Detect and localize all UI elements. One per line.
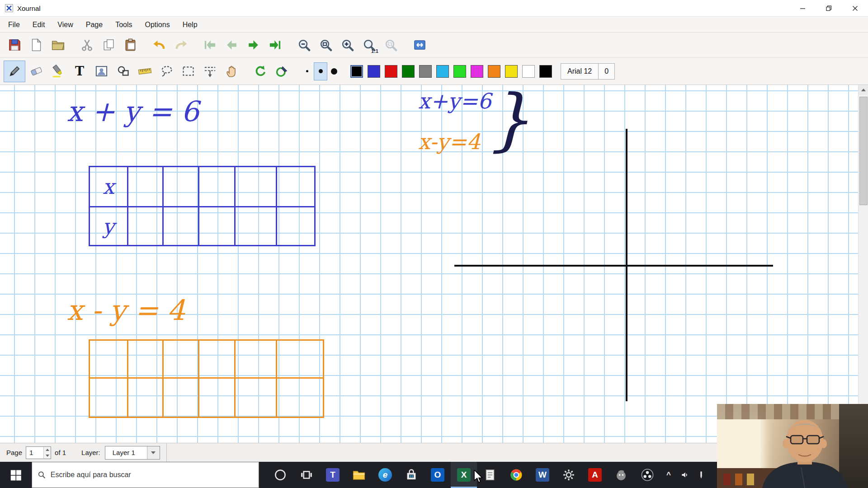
lasso-select-button[interactable] — [156, 61, 177, 82]
menu-page[interactable]: Page — [80, 17, 109, 33]
taskbar-app-settings[interactable] — [556, 462, 582, 488]
image-tool-button[interactable] — [90, 61, 112, 82]
vertical-space-button[interactable] — [199, 61, 221, 82]
taskbar-app-gimp[interactable] — [608, 462, 634, 488]
zoom-100-button[interactable]: 1:1 — [358, 34, 380, 56]
new-page-button[interactable] — [25, 34, 47, 56]
pen-size-fine-button[interactable] — [300, 62, 314, 80]
zoom-selection-button[interactable] — [380, 34, 401, 56]
copy-button[interactable] — [98, 34, 119, 56]
page-label: Page — [6, 449, 22, 456]
color-swatch-orange[interactable] — [488, 65, 500, 78]
first-page-button[interactable] — [199, 34, 221, 56]
open-button[interactable] — [47, 34, 69, 56]
save-button[interactable] — [4, 34, 25, 56]
menu-edit[interactable]: Edit — [26, 17, 52, 33]
zoom-out-button[interactable] — [293, 34, 315, 56]
pen-size-medium-button[interactable] — [314, 62, 327, 80]
taskbar-search-input[interactable] — [51, 471, 253, 479]
menu-options[interactable]: Options — [138, 17, 176, 33]
taskbar-app-word[interactable]: W — [529, 462, 556, 488]
color-swatch-black[interactable] — [350, 65, 363, 78]
taskbar-app-acrobat[interactable]: A — [582, 462, 608, 488]
next-page-button[interactable] — [242, 34, 264, 56]
menu-help[interactable]: Help — [176, 17, 204, 33]
tray-expand-button[interactable]: ^ — [660, 462, 677, 488]
zoom-fit-button[interactable] — [315, 34, 336, 56]
color-swatch-red[interactable] — [385, 65, 397, 78]
tray-pen-button[interactable] — [693, 462, 709, 488]
page-spin-down-button[interactable] — [44, 453, 51, 459]
redo-button[interactable] — [170, 34, 192, 56]
rect-select-icon — [181, 64, 195, 78]
excel-letter: X — [461, 470, 467, 480]
paste-button[interactable] — [119, 34, 141, 56]
vertical-scrollbar[interactable] — [858, 85, 868, 443]
toolbar-gap — [286, 45, 293, 45]
table-cell — [199, 207, 236, 245]
hand-tool-button[interactable] — [221, 61, 242, 82]
color-swatch-green[interactable] — [402, 65, 415, 78]
table-cell — [164, 379, 199, 417]
menu-tools[interactable]: Tools — [109, 17, 138, 33]
shape-recognizer-button[interactable] — [271, 61, 293, 82]
rect-select-button[interactable] — [177, 61, 199, 82]
taskbar-app-obs[interactable] — [634, 462, 660, 488]
menu-file[interactable]: File — [2, 17, 26, 33]
cortana-button[interactable] — [267, 462, 293, 488]
color-swatch-yellow[interactable] — [505, 65, 518, 78]
taskbar-app-edge[interactable]: e — [372, 462, 398, 488]
ruler-tool-icon — [138, 64, 152, 78]
taskbar-app-store[interactable] — [398, 462, 425, 488]
default-pen-icon — [254, 64, 268, 78]
page-number-spinner[interactable]: 1 — [26, 446, 51, 459]
x-axis-line — [454, 265, 773, 267]
layer-dropdown[interactable]: Layer 1 — [105, 446, 160, 460]
previous-page-button[interactable] — [221, 34, 242, 56]
taskbar-app-excel[interactable]: X — [451, 462, 477, 488]
menu-view[interactable]: View — [51, 17, 79, 33]
spin-down-icon — [46, 455, 49, 457]
task-view-button[interactable] — [293, 462, 320, 488]
color-swatch-gray[interactable] — [419, 65, 432, 78]
taskbar-app-file-explorer[interactable] — [346, 462, 372, 488]
color-swatch-lightgreen[interactable] — [453, 65, 466, 78]
task-view-icon — [300, 468, 313, 482]
fullscreen-button[interactable] — [409, 34, 430, 56]
restore-button[interactable] — [816, 0, 842, 16]
cut-button[interactable] — [76, 34, 98, 56]
color-swatch-blue[interactable] — [368, 65, 380, 78]
tray-speaker-button[interactable] — [677, 462, 693, 488]
close-button[interactable] — [842, 0, 868, 16]
color-swatch-custom[interactable] — [539, 65, 552, 78]
undo-button[interactable] — [148, 34, 170, 56]
taskbar-app-outlook[interactable]: O — [425, 462, 451, 488]
pen-size-thick-button[interactable] — [327, 62, 341, 80]
page-spin-up-button[interactable] — [44, 447, 51, 453]
last-page-button[interactable] — [264, 34, 286, 56]
taskbar-app-chrome[interactable] — [503, 462, 529, 488]
default-pen-button[interactable] — [250, 61, 271, 82]
text-tool-button[interactable]: T — [69, 61, 90, 82]
taskbar-search-box[interactable] — [32, 462, 259, 488]
pen-tool-button[interactable] — [4, 61, 25, 82]
zoom-in-button[interactable] — [336, 34, 358, 56]
minimize-button[interactable] — [789, 0, 816, 16]
font-size-box[interactable]: 0 — [599, 63, 615, 80]
taskbar-app-teams[interactable]: T — [320, 462, 346, 488]
ruler-tool-button[interactable] — [134, 61, 156, 82]
highlighter-tool-button[interactable] — [47, 61, 69, 82]
scroll-up-button[interactable] — [859, 85, 868, 95]
shapes-tool-button[interactable] — [112, 61, 134, 82]
font-button[interactable]: Arial 12 — [561, 63, 599, 80]
color-swatch-magenta[interactable] — [471, 65, 483, 78]
tools-toolbar: T — [0, 58, 868, 85]
table-cell — [236, 207, 277, 245]
color-swatch-lightblue[interactable] — [436, 65, 449, 78]
zoom-in-icon — [340, 38, 354, 52]
eraser-tool-button[interactable] — [25, 61, 47, 82]
color-swatch-white[interactable] — [522, 65, 535, 78]
layer-dropdown-arrow[interactable] — [147, 446, 160, 459]
start-button[interactable] — [0, 462, 32, 488]
scrollbar-thumb[interactable] — [859, 97, 868, 205]
